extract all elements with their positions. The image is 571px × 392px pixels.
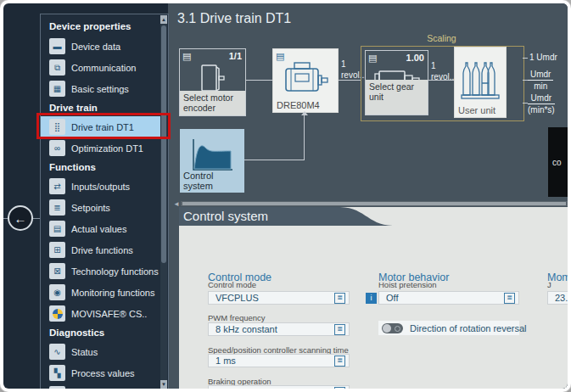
sidebar-item-label: Basic settings	[71, 84, 129, 94]
section-drive-train: Drive train	[41, 99, 160, 116]
unit-tick	[523, 58, 528, 59]
sidebar-item-optimization-dt1[interactable]: ∞ Optimization DT1	[41, 137, 160, 159]
sidebar-item-movisafe[interactable]: MOVISAFE® CS..	[41, 303, 160, 324]
sidebar-item-label: MOVISAFE® CS..	[71, 309, 147, 319]
scaling-label: Scaling	[361, 33, 523, 43]
sidebar-item-label: Setpoints	[71, 203, 110, 213]
dropdown-icon[interactable]: ≣	[334, 324, 345, 335]
sidebar-item-label: Process values	[71, 368, 135, 378]
sidebar-item-drive-train-dt1[interactable]: ⣿ Drive train DT1	[41, 116, 160, 137]
panel-title: Control system	[183, 209, 268, 223]
toggle-label: Direction of rotation reversal	[410, 323, 527, 333]
sidebar-item-monitoring-functions[interactable]: ◉ Monitoring functions	[41, 282, 160, 303]
app-surface: ← Device properties ▬ Device data ⧉ Comm…	[3, 3, 568, 389]
sidebar-item-basic-settings[interactable]: ▦ Basic settings	[41, 78, 160, 99]
unit-acceleration-label: Umdr (min*s)	[528, 93, 555, 115]
sidebar-item-inputs-outputs[interactable]: ⇄ Inputs/outputs	[41, 176, 160, 197]
page-title: 3.1 Drive train DT1	[177, 11, 291, 26]
sidebar-scrollbar[interactable]: ▲ ▼	[160, 15, 167, 389]
sidebar-item-label: Status	[71, 347, 98, 357]
sidebar-scrollbar-thumb[interactable]	[161, 25, 166, 263]
setpoints-icon: ≣	[49, 199, 65, 216]
scroll-down-icon[interactable]: ▼	[160, 380, 167, 389]
control-system-card[interactable]: Control system	[180, 129, 244, 193]
clipped-overlay-text: co	[552, 158, 562, 167]
notebook-icon: ▤	[182, 51, 191, 62]
sidebar-item-status[interactable]: ∿ Status	[41, 341, 160, 362]
optimization-icon: ∞	[49, 140, 65, 156]
braking-operation-select[interactable]: 4Q (motor + generator mode) ≣	[208, 385, 350, 389]
sidebar-item-fault-memory[interactable]: ▞ Fault memory	[41, 384, 160, 389]
gear-ratio-badge: 1.00	[406, 53, 424, 63]
toggle-off-icon[interactable]	[382, 323, 403, 333]
step-response-curve-drawing	[188, 137, 236, 175]
field-label: Control mode	[208, 280, 256, 289]
gear-card-caption: Select gear unit	[366, 80, 428, 115]
sidebar-item-technology-functions[interactable]: ⊠ Technology functions	[41, 260, 160, 282]
panel-header: Control system	[179, 207, 568, 226]
unit-velocity-label: Umdr min	[528, 70, 553, 91]
select-motor-encoder-card[interactable]: ▤ 1/1 Select motor encoder	[179, 48, 246, 116]
field-value: 8 kHz constant	[216, 324, 334, 334]
sidebar-item-label: Inputs/outputs	[71, 182, 130, 192]
sidebar-item-communication[interactable]: ⧉ Communication	[41, 57, 160, 78]
connector-control-horizontal	[244, 160, 304, 160]
motor-drawing	[281, 61, 330, 98]
encoder-card-caption: Select motor encoder	[180, 91, 245, 115]
sidebar-item-label: Drive train DT1	[71, 122, 134, 132]
unit-position-label: 1 Umdr	[529, 53, 557, 62]
field-value: 4Q (motor + generator mode)	[216, 387, 334, 389]
field-label: Hoist pretension	[378, 280, 437, 289]
device-data-icon: ▬	[49, 38, 65, 54]
diagram-scrollbar[interactable]	[181, 201, 568, 206]
dropdown-icon[interactable]: ≣	[334, 387, 345, 389]
notebook-icon: ▤	[368, 53, 377, 64]
sidebar-item-setpoints[interactable]: ≣ Setpoints	[41, 197, 160, 218]
sidebar-item-label: Technology functions	[71, 266, 159, 277]
diagram-scrollbar-thumb[interactable]	[182, 202, 566, 205]
sidebar-item-label: Actual values	[71, 224, 126, 234]
dropdown-icon[interactable]: ≣	[504, 293, 515, 304]
field-value: 23.84	[555, 293, 568, 303]
connector-control-vertical	[304, 115, 305, 160]
panel-header-curve	[340, 207, 393, 226]
dropdown-icon[interactable]: ≣	[334, 356, 345, 367]
user-unit-card[interactable]: User unit	[454, 47, 507, 118]
motor-card[interactable]: ▤ DRE80M4	[272, 48, 339, 113]
user-unit-caption: User unit	[458, 105, 495, 115]
user-unit-bottles-drawing	[461, 56, 500, 102]
actual-values-icon: ▤	[49, 221, 65, 237]
control-mode-select[interactable]: VFCPLUS ≣	[208, 291, 350, 305]
back-button[interactable]: ←	[8, 205, 33, 231]
info-icon[interactable]: i	[366, 293, 377, 304]
scroll-up-icon[interactable]: ▲	[160, 15, 167, 24]
back-arrow-icon: ←	[14, 211, 27, 226]
panel-body: Control mode Control mode VFCPLUS ≣ PWM …	[179, 226, 568, 389]
sidebar-item-actual-values[interactable]: ▤ Actual values	[41, 218, 160, 239]
process-values-icon: ▚	[49, 365, 65, 381]
select-gear-unit-card[interactable]: ▤ 1.00 Select gear unit	[365, 50, 428, 115]
motor-card-caption: DRE80M4	[277, 100, 320, 110]
dropdown-icon[interactable]: ≣	[334, 293, 345, 304]
sidebar-item-label: Monitoring functions	[71, 288, 154, 298]
inputs-outputs-icon: ⇄	[49, 178, 65, 194]
sidebar-item-label: Optimization DT1	[71, 143, 143, 154]
sidebar-item-device-data[interactable]: ▬ Device data	[41, 36, 160, 57]
section-functions: Functions	[41, 159, 160, 176]
section-device-properties: Device properties	[41, 17, 160, 36]
field-label: PWM frequency	[208, 313, 266, 322]
hoist-pretension-select[interactable]: Off ≣	[378, 291, 519, 305]
sidebar-item-process-values[interactable]: ▚ Process values	[41, 362, 160, 384]
control-card-caption: Control system	[183, 171, 244, 191]
pwm-frequency-select[interactable]: 8 kHz constant ≣	[208, 322, 350, 336]
ratio-gear-label: 1 revol...	[431, 61, 456, 82]
scanning-time-select[interactable]: 1 ms ≣	[208, 354, 350, 367]
clipped-overlay-panel: co	[548, 127, 568, 197]
section-diagnostics: Diagnostics	[41, 324, 160, 341]
application-window: ← Device properties ▬ Device data ⧉ Comm…	[0, 0, 571, 392]
j-motor-field[interactable]: 23.84	[547, 291, 568, 305]
field-value: 1 ms	[216, 356, 334, 366]
sidebar-item-drive-functions[interactable]: ⊞ Drive functions	[41, 239, 160, 260]
direction-reversal-toggle-row[interactable]: Direction of rotation reversal	[378, 321, 519, 335]
sidebar-item-label: Device data	[71, 42, 120, 52]
